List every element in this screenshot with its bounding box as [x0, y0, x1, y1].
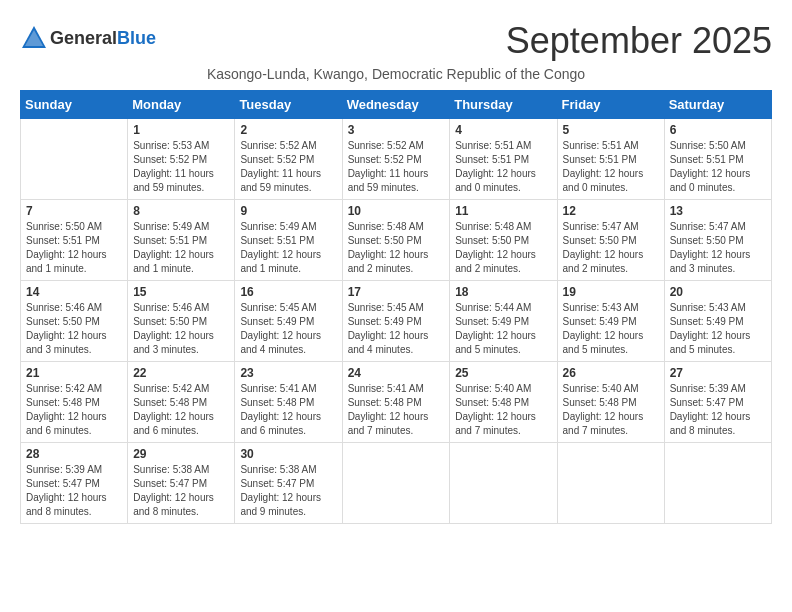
- calendar-week-row: 1 Sunrise: 5:53 AMSunset: 5:52 PMDayligh…: [21, 119, 772, 200]
- calendar-cell: 26 Sunrise: 5:40 AMSunset: 5:48 PMDaylig…: [557, 362, 664, 443]
- calendar-cell: 15 Sunrise: 5:46 AMSunset: 5:50 PMDaylig…: [128, 281, 235, 362]
- day-info: Sunrise: 5:48 AMSunset: 5:50 PMDaylight:…: [455, 220, 551, 276]
- day-number: 3: [348, 123, 445, 137]
- day-of-week-header: Monday: [128, 91, 235, 119]
- day-info: Sunrise: 5:47 AMSunset: 5:50 PMDaylight:…: [563, 220, 659, 276]
- day-info: Sunrise: 5:52 AMSunset: 5:52 PMDaylight:…: [240, 139, 336, 195]
- title-area: September 2025: [506, 20, 772, 62]
- day-number: 23: [240, 366, 336, 380]
- day-number: 24: [348, 366, 445, 380]
- day-info: Sunrise: 5:43 AMSunset: 5:49 PMDaylight:…: [563, 301, 659, 357]
- day-info: Sunrise: 5:48 AMSunset: 5:50 PMDaylight:…: [348, 220, 445, 276]
- day-info: Sunrise: 5:51 AMSunset: 5:51 PMDaylight:…: [455, 139, 551, 195]
- day-number: 5: [563, 123, 659, 137]
- day-number: 25: [455, 366, 551, 380]
- day-info: Sunrise: 5:43 AMSunset: 5:49 PMDaylight:…: [670, 301, 766, 357]
- day-info: Sunrise: 5:41 AMSunset: 5:48 PMDaylight:…: [240, 382, 336, 438]
- calendar-cell: [557, 443, 664, 524]
- calendar-cell: 11 Sunrise: 5:48 AMSunset: 5:50 PMDaylig…: [450, 200, 557, 281]
- calendar-cell: 1 Sunrise: 5:53 AMSunset: 5:52 PMDayligh…: [128, 119, 235, 200]
- calendar-cell: 28 Sunrise: 5:39 AMSunset: 5:47 PMDaylig…: [21, 443, 128, 524]
- day-number: 14: [26, 285, 122, 299]
- day-info: Sunrise: 5:42 AMSunset: 5:48 PMDaylight:…: [26, 382, 122, 438]
- day-number: 9: [240, 204, 336, 218]
- calendar-cell: 20 Sunrise: 5:43 AMSunset: 5:49 PMDaylig…: [664, 281, 771, 362]
- day-number: 19: [563, 285, 659, 299]
- day-number: 21: [26, 366, 122, 380]
- day-info: Sunrise: 5:42 AMSunset: 5:48 PMDaylight:…: [133, 382, 229, 438]
- calendar-cell: 18 Sunrise: 5:44 AMSunset: 5:49 PMDaylig…: [450, 281, 557, 362]
- day-info: Sunrise: 5:45 AMSunset: 5:49 PMDaylight:…: [348, 301, 445, 357]
- calendar-cell: 7 Sunrise: 5:50 AMSunset: 5:51 PMDayligh…: [21, 200, 128, 281]
- day-of-week-header: Saturday: [664, 91, 771, 119]
- calendar-cell: 16 Sunrise: 5:45 AMSunset: 5:49 PMDaylig…: [235, 281, 342, 362]
- day-number: 10: [348, 204, 445, 218]
- calendar-cell: 21 Sunrise: 5:42 AMSunset: 5:48 PMDaylig…: [21, 362, 128, 443]
- day-of-week-header: Sunday: [21, 91, 128, 119]
- day-number: 7: [26, 204, 122, 218]
- day-of-week-header: Thursday: [450, 91, 557, 119]
- day-info: Sunrise: 5:44 AMSunset: 5:49 PMDaylight:…: [455, 301, 551, 357]
- calendar-cell: 30 Sunrise: 5:38 AMSunset: 5:47 PMDaylig…: [235, 443, 342, 524]
- logo-icon: [20, 24, 48, 52]
- day-info: Sunrise: 5:38 AMSunset: 5:47 PMDaylight:…: [240, 463, 336, 519]
- subtitle: Kasongo-Lunda, Kwango, Democratic Republ…: [20, 66, 772, 82]
- day-number: 16: [240, 285, 336, 299]
- day-info: Sunrise: 5:39 AMSunset: 5:47 PMDaylight:…: [670, 382, 766, 438]
- day-info: Sunrise: 5:46 AMSunset: 5:50 PMDaylight:…: [26, 301, 122, 357]
- day-info: Sunrise: 5:53 AMSunset: 5:52 PMDaylight:…: [133, 139, 229, 195]
- calendar-cell: [21, 119, 128, 200]
- day-info: Sunrise: 5:47 AMSunset: 5:50 PMDaylight:…: [670, 220, 766, 276]
- day-of-week-header: Friday: [557, 91, 664, 119]
- calendar-cell: 8 Sunrise: 5:49 AMSunset: 5:51 PMDayligh…: [128, 200, 235, 281]
- calendar-cell: 27 Sunrise: 5:39 AMSunset: 5:47 PMDaylig…: [664, 362, 771, 443]
- calendar-cell: 5 Sunrise: 5:51 AMSunset: 5:51 PMDayligh…: [557, 119, 664, 200]
- day-number: 18: [455, 285, 551, 299]
- calendar-cell: 19 Sunrise: 5:43 AMSunset: 5:49 PMDaylig…: [557, 281, 664, 362]
- logo: GeneralBlue: [20, 24, 156, 52]
- calendar-week-row: 14 Sunrise: 5:46 AMSunset: 5:50 PMDaylig…: [21, 281, 772, 362]
- calendar-cell: 12 Sunrise: 5:47 AMSunset: 5:50 PMDaylig…: [557, 200, 664, 281]
- day-number: 29: [133, 447, 229, 461]
- day-of-week-header: Tuesday: [235, 91, 342, 119]
- calendar-cell: 23 Sunrise: 5:41 AMSunset: 5:48 PMDaylig…: [235, 362, 342, 443]
- day-info: Sunrise: 5:51 AMSunset: 5:51 PMDaylight:…: [563, 139, 659, 195]
- calendar-cell: 29 Sunrise: 5:38 AMSunset: 5:47 PMDaylig…: [128, 443, 235, 524]
- day-number: 20: [670, 285, 766, 299]
- day-info: Sunrise: 5:50 AMSunset: 5:51 PMDaylight:…: [26, 220, 122, 276]
- day-info: Sunrise: 5:39 AMSunset: 5:47 PMDaylight:…: [26, 463, 122, 519]
- calendar-week-row: 7 Sunrise: 5:50 AMSunset: 5:51 PMDayligh…: [21, 200, 772, 281]
- day-number: 2: [240, 123, 336, 137]
- day-number: 28: [26, 447, 122, 461]
- day-info: Sunrise: 5:45 AMSunset: 5:49 PMDaylight:…: [240, 301, 336, 357]
- day-info: Sunrise: 5:46 AMSunset: 5:50 PMDaylight:…: [133, 301, 229, 357]
- day-info: Sunrise: 5:38 AMSunset: 5:47 PMDaylight:…: [133, 463, 229, 519]
- calendar-cell: 24 Sunrise: 5:41 AMSunset: 5:48 PMDaylig…: [342, 362, 450, 443]
- day-number: 17: [348, 285, 445, 299]
- logo-general: General: [50, 28, 117, 48]
- calendar-cell: 9 Sunrise: 5:49 AMSunset: 5:51 PMDayligh…: [235, 200, 342, 281]
- day-info: Sunrise: 5:41 AMSunset: 5:48 PMDaylight:…: [348, 382, 445, 438]
- day-of-week-header: Wednesday: [342, 91, 450, 119]
- day-number: 8: [133, 204, 229, 218]
- calendar-cell: 17 Sunrise: 5:45 AMSunset: 5:49 PMDaylig…: [342, 281, 450, 362]
- day-number: 12: [563, 204, 659, 218]
- month-title: September 2025: [506, 20, 772, 62]
- day-info: Sunrise: 5:50 AMSunset: 5:51 PMDaylight:…: [670, 139, 766, 195]
- calendar-cell: 6 Sunrise: 5:50 AMSunset: 5:51 PMDayligh…: [664, 119, 771, 200]
- day-info: Sunrise: 5:49 AMSunset: 5:51 PMDaylight:…: [240, 220, 336, 276]
- calendar-cell: 22 Sunrise: 5:42 AMSunset: 5:48 PMDaylig…: [128, 362, 235, 443]
- day-info: Sunrise: 5:52 AMSunset: 5:52 PMDaylight:…: [348, 139, 445, 195]
- day-number: 27: [670, 366, 766, 380]
- day-number: 1: [133, 123, 229, 137]
- calendar-cell: [342, 443, 450, 524]
- calendar-cell: 13 Sunrise: 5:47 AMSunset: 5:50 PMDaylig…: [664, 200, 771, 281]
- day-info: Sunrise: 5:49 AMSunset: 5:51 PMDaylight:…: [133, 220, 229, 276]
- calendar-cell: 25 Sunrise: 5:40 AMSunset: 5:48 PMDaylig…: [450, 362, 557, 443]
- day-number: 11: [455, 204, 551, 218]
- calendar-cell: 10 Sunrise: 5:48 AMSunset: 5:50 PMDaylig…: [342, 200, 450, 281]
- logo-blue: Blue: [117, 28, 156, 48]
- day-number: 6: [670, 123, 766, 137]
- day-number: 26: [563, 366, 659, 380]
- calendar-cell: [664, 443, 771, 524]
